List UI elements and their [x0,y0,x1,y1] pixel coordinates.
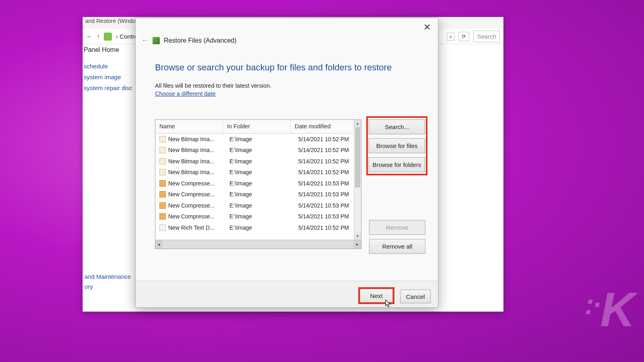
col-folder[interactable]: In Folder [223,120,291,133]
restore-icon [153,37,160,44]
row-date: 5/14/2021 10:53 PM [297,191,354,197]
scroll-right-icon[interactable]: ▸ [354,240,361,249]
remove-buttons-group: Remove Remove all [367,219,427,255]
file-list: Name In Folder Date modified New Bitmap … [155,119,361,249]
browse-buttons-group: Search... Browse for files Browse for fo… [366,116,427,178]
table-row[interactable]: New Compresse...E:\Image5/14/2021 10:53 … [155,189,354,200]
sidebar-item-ory[interactable]: ory [84,282,132,292]
table-row[interactable]: New Bitmap Ima...E:\Image5/14/2021 10:52… [155,134,354,145]
table-row[interactable]: New Bitmap Ima...E:\Image5/14/2021 10:52… [155,145,354,156]
horizontal-scrollbar[interactable]: ◂ ▸ [155,240,361,249]
list-header: Name In Folder Date modified [155,120,361,134]
scroll-up-icon[interactable]: ▴ [354,120,361,127]
row-date: 5/14/2021 10:52 PM [297,147,354,153]
row-name: New Bitmap Ima... [168,169,229,175]
table-row[interactable]: New Compresse...E:\Image5/14/2021 10:53 … [155,211,354,222]
row-folder: E:\Image [229,169,297,175]
table-row[interactable]: New Compresse...E:\Image5/14/2021 10:53 … [155,178,354,189]
dialog-title: Restore Files (Advanced) [164,37,237,44]
row-folder: E:\Image [229,213,297,220]
nav-back-icon[interactable]: ← [86,33,93,40]
table-row[interactable]: New Compresse...E:\Image5/14/2021 10:53 … [155,200,354,211]
row-name: New Bitmap Ima... [168,158,229,165]
dialog-subtext: All files will be restored to their late… [155,82,271,89]
row-date: 5/14/2021 10:52 PM [297,136,354,142]
close-icon[interactable]: ✕ [423,22,431,33]
file-icon [159,224,166,231]
sidebar-item-maintenance[interactable]: and Maintenance [84,272,132,282]
sidebar-item-repair-disc[interactable]: system repair disc [83,82,140,93]
browse-files-button[interactable]: Browse for files [369,138,425,153]
next-button[interactable]: Next [360,289,393,302]
file-icon [159,169,166,175]
highlight-browse-group: Search... Browse for files Browse for fo… [366,116,427,175]
row-folder: E:\Image [229,147,297,153]
row-folder: E:\Image [229,202,297,209]
row-folder: E:\Image [229,224,297,231]
addr-dropdown-icon[interactable]: v [447,33,455,41]
search-button[interactable]: Search... [369,119,425,134]
search-input[interactable]: Search [473,31,500,42]
cancel-button[interactable]: Cancel [400,290,431,303]
file-icon [159,158,166,165]
nav-up-icon[interactable]: ↑ [97,33,100,40]
refresh-icon[interactable]: ⟳ [458,32,469,41]
row-name: New Compresse... [168,191,229,197]
restore-files-dialog: ✕ ← Restore Files (Advanced) Browse or s… [135,18,438,308]
file-icon [159,213,166,220]
vertical-scrollbar[interactable]: ▴ ▾ [354,120,361,240]
table-row[interactable]: New Bitmap Ima...E:\Image5/14/2021 10:52… [155,167,354,178]
choose-date-link[interactable]: Choose a different date [155,90,215,97]
file-icon [159,147,166,153]
row-name: New Compresse... [168,213,229,220]
row-folder: E:\Image [229,136,297,142]
remove-button: Remove [369,220,425,235]
watermark: :·K [585,282,633,338]
scroll-thumb[interactable] [355,127,360,187]
file-icon [159,202,166,209]
cp-icon [104,33,112,41]
col-date[interactable]: Date modified [291,120,361,133]
row-date: 5/14/2021 10:53 PM [297,180,354,187]
table-row[interactable]: New Bitmap Ima...E:\Image5/14/2021 10:52… [155,156,354,167]
row-date: 5/14/2021 10:52 PM [297,169,354,175]
scroll-down-icon[interactable]: ▾ [354,232,361,240]
highlight-next: Next [358,287,394,304]
row-name: New Bitmap Ima... [168,147,229,153]
row-folder: E:\Image [229,158,297,165]
bg-sidebar: Panel Home schedule system image system … [83,44,140,93]
dialog-back-icon[interactable]: ← [141,36,149,45]
list-body[interactable]: New Bitmap Ima...E:\Image5/14/2021 10:52… [155,134,354,240]
browse-folders-button[interactable]: Browse for folders [369,157,425,172]
file-icon [159,191,166,197]
col-name[interactable]: Name [155,120,223,133]
table-row[interactable]: New Rich Text D...E:\Image5/14/2021 10:5… [155,222,354,233]
sidebar-home[interactable]: Panel Home [83,44,140,61]
row-name: New Bitmap Ima... [168,136,229,142]
row-folder: E:\Image [229,180,297,187]
scroll-left-icon[interactable]: ◂ [155,240,163,249]
file-icon [159,180,166,187]
dialog-heading: Browse or search your backup for files a… [155,62,392,73]
row-name: New Rich Text D... [168,224,229,231]
sidebar-item-system-image[interactable]: system image [83,72,140,82]
row-name: New Compresse... [168,202,229,209]
remove-all-button[interactable]: Remove all [369,239,425,254]
sidebar-item-schedule[interactable]: schedule [83,61,140,72]
row-date: 5/14/2021 10:53 PM [297,213,354,220]
row-folder: E:\Image [229,191,297,197]
file-icon [159,136,166,142]
row-date: 5/14/2021 10:52 PM [297,158,354,165]
dialog-footer: Next Cancel [136,281,438,307]
row-date: 5/14/2021 10:53 PM [297,202,354,209]
row-name: New Compresse... [168,180,229,187]
row-date: 5/14/2021 10:52 PM [297,224,354,231]
